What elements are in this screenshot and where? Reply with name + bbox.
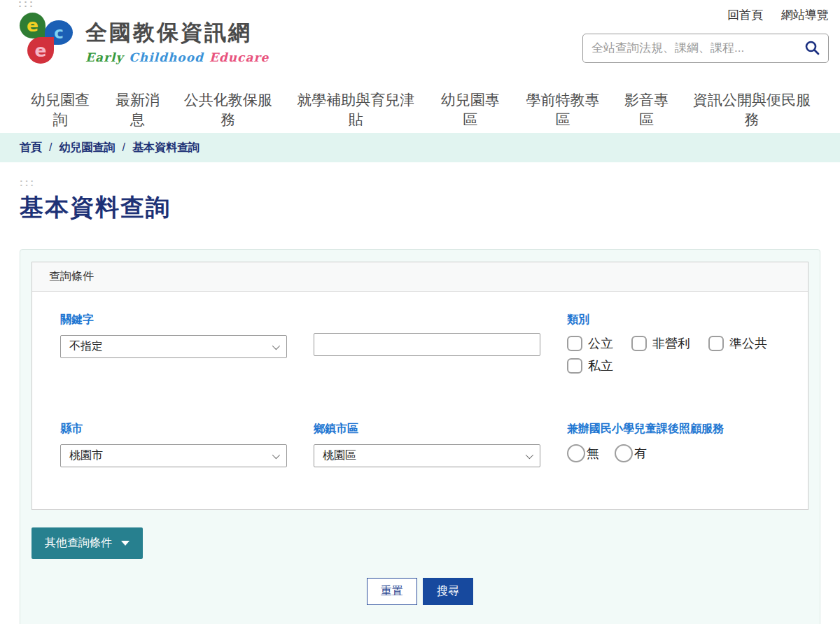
- radio-icon[interactable]: [615, 444, 633, 462]
- checkbox-public[interactable]: 公立: [567, 335, 613, 352]
- skip-to-content-marker: :::: [20, 178, 820, 187]
- district-field-group: 鄉鎮市區 桃園區: [314, 422, 540, 467]
- breadcrumb-separator: /: [49, 141, 52, 154]
- keyword-type-select[interactable]: 不指定: [60, 335, 287, 358]
- keyword-input-group: [314, 313, 540, 374]
- keyword-type-selected-value: 不指定: [69, 339, 103, 354]
- district-select[interactable]: 桃園區: [314, 444, 540, 467]
- site-subtitle: EarlyChildhoodEducare: [85, 50, 269, 64]
- county-field-group: 縣市 桃園市: [60, 422, 287, 467]
- checkbox-icon[interactable]: [567, 336, 582, 351]
- afterschool-label: 兼辦國民小學兒童課後照顧服務: [567, 422, 780, 437]
- panel-body: 關鍵字 不指定 類別 公立: [32, 292, 808, 509]
- checkbox-quasi-public[interactable]: 準公共: [708, 335, 767, 352]
- category-checkbox-group: 公立 非營利 準公共: [567, 335, 780, 374]
- checkbox-icon[interactable]: [631, 336, 647, 351]
- district-selected-value: 桃園區: [323, 448, 356, 463]
- logo-mark-icon: e c e: [20, 8, 77, 67]
- radio-afterschool-yes[interactable]: 有: [615, 444, 647, 462]
- query-container: 查詢條件 關鍵字 不指定 類別: [20, 249, 820, 624]
- main-navigation: 幼兒園查詢 最新消息 公共化教保服務 就學補助與育兒津貼 幼兒園專區 學前特教專…: [0, 80, 840, 133]
- query-conditions-panel: 查詢條件 關鍵字 不指定 類別: [31, 262, 808, 510]
- nav-item-kindergarten-query[interactable]: 幼兒園查詢: [28, 90, 92, 130]
- logo-drop-e-green: e: [20, 13, 46, 38]
- logo-drop-e-red: e: [27, 37, 54, 64]
- chevron-down-icon: [272, 341, 280, 349]
- main-content: ::: 基本資料查詢 查詢條件 關鍵字 不指定: [0, 178, 840, 624]
- site-search-box: [582, 34, 829, 63]
- chevron-down-icon: [272, 451, 280, 458]
- header-right: 回首頁 網站導覽: [582, 7, 829, 63]
- site-header: ::: e c e 全國教保資訊網 EarlyChildhoodEducare …: [0, 0, 840, 80]
- nav-item-kindergarten-zone[interactable]: 幼兒園專區: [438, 90, 503, 130]
- county-select[interactable]: 桃園市: [60, 444, 287, 467]
- keyword-label: 關鍵字: [60, 313, 287, 327]
- top-links: 回首頁 網站導覽: [582, 7, 829, 23]
- breadcrumb-home[interactable]: 首頁: [20, 141, 42, 155]
- checkbox-icon[interactable]: [708, 336, 724, 351]
- keyword-field-group: 關鍵字 不指定: [60, 313, 287, 374]
- home-link[interactable]: 回首頁: [727, 7, 763, 23]
- other-conditions-toggle-button[interactable]: 其他查詢條件: [31, 527, 143, 559]
- logo-text: 全國教保資訊網 EarlyChildhoodEducare: [85, 8, 269, 64]
- chevron-down-icon: [526, 451, 533, 458]
- checkbox-nonprofit[interactable]: 非營利: [631, 335, 690, 352]
- site-search-input[interactable]: [592, 41, 804, 55]
- form-row-2: 縣市 桃園市 鄉鎮市區 桃園區 兼辦國民小學: [60, 422, 780, 467]
- nav-item-media-zone[interactable]: 影音專區: [624, 90, 670, 130]
- caret-down-icon: [121, 541, 130, 546]
- site-logo[interactable]: e c e 全國教保資訊網 EarlyChildhoodEducare: [20, 8, 269, 67]
- category-field-group: 類別 公立 非營利 準公共: [567, 313, 780, 374]
- keyword-text-input[interactable]: [314, 333, 540, 356]
- search-icon: [804, 40, 820, 57]
- nav-item-public-educare-services[interactable]: 公共化教保服務: [183, 90, 274, 130]
- breadcrumb-current-page: 基本資料查詢: [132, 141, 200, 155]
- nav-item-subsidies-allowance[interactable]: 就學補助與育兒津貼: [295, 90, 416, 130]
- county-label: 縣市: [60, 422, 287, 437]
- search-submit-button[interactable]: [804, 40, 820, 57]
- checkbox-private[interactable]: 私立: [567, 357, 613, 374]
- breadcrumb: 首頁 / 幼兒園查詢 / 基本資料查詢: [0, 133, 840, 162]
- form-row-1: 關鍵字 不指定 類別 公立: [60, 313, 780, 374]
- sitemap-link[interactable]: 網站導覽: [781, 7, 829, 23]
- reset-button[interactable]: 重置: [367, 578, 417, 605]
- afterschool-field-group: 兼辦國民小學兒童課後照顧服務 無 有: [567, 422, 780, 467]
- nav-item-preschool-special-ed[interactable]: 學前特教專區: [524, 90, 601, 130]
- breadcrumb-kindergarten-query[interactable]: 幼兒園查詢: [59, 141, 115, 155]
- radio-afterschool-no[interactable]: 無: [567, 444, 599, 462]
- category-label: 類別: [567, 313, 780, 327]
- nav-item-info-disclosure[interactable]: 資訊公開與便民服務: [692, 90, 812, 130]
- afterschool-radio-group: 無 有: [567, 444, 780, 462]
- nav-item-latest-news[interactable]: 最新消息: [114, 90, 160, 130]
- radio-icon[interactable]: [567, 444, 585, 462]
- checkbox-icon[interactable]: [567, 358, 582, 374]
- search-button[interactable]: 搜尋: [423, 578, 473, 605]
- form-actions: 重置 搜尋: [31, 578, 808, 605]
- district-label: 鄉鎮市區: [314, 422, 540, 437]
- panel-header: 查詢條件: [32, 262, 808, 292]
- county-selected-value: 桃園市: [69, 448, 103, 463]
- breadcrumb-separator: /: [122, 141, 125, 154]
- site-title: 全國教保資訊網: [85, 18, 269, 48]
- page-title: 基本資料查詢: [20, 192, 820, 224]
